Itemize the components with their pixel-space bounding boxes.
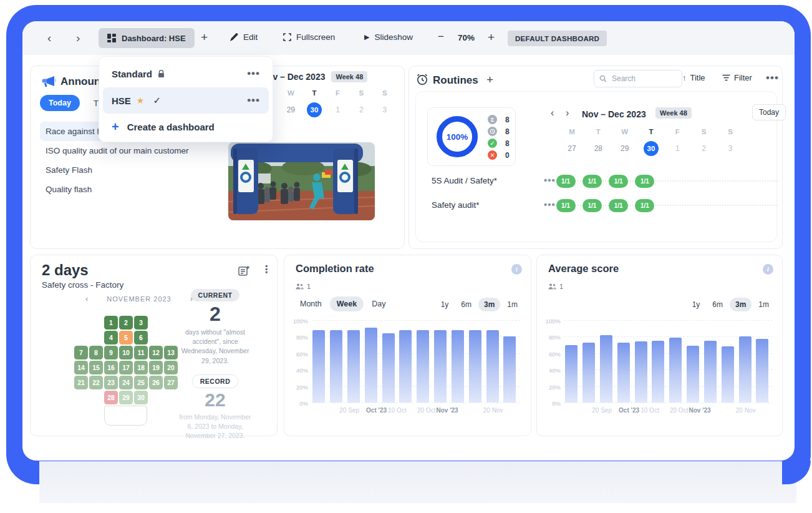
day-number[interactable]: 30 — [307, 102, 322, 117]
calendar-day-cell[interactable]: 29 — [119, 391, 133, 404]
day-number[interactable]: 2 — [359, 102, 364, 117]
calendar-day-cell[interactable]: 24 — [119, 376, 133, 389]
calendar-day-cell[interactable]: 12 — [149, 346, 163, 359]
calendar-day-cell[interactable]: 8 — [89, 346, 103, 359]
chevron-left-icon[interactable]: ‹ — [85, 294, 88, 303]
range-3m[interactable]: 3m — [478, 298, 500, 311]
day-number[interactable]: 30 — [644, 141, 659, 156]
sort-by-title-button[interactable]: ↑ Title — [682, 73, 705, 82]
calendar-day-cell[interactable]: 15 — [89, 361, 103, 374]
calendar-day-cell[interactable]: 21 — [74, 376, 88, 389]
calendar-day-cell[interactable]: 7 — [74, 346, 88, 359]
calendar-day-cell[interactable]: 6 — [134, 331, 148, 344]
calendar-day-cell[interactable]: 9 — [104, 346, 118, 359]
info-icon[interactable]: i — [511, 264, 522, 275]
range-3m[interactable]: 3m — [730, 298, 752, 311]
calendar-day-cell[interactable]: 3 — [134, 316, 148, 330]
calendar-day-cell[interactable]: 17 — [119, 361, 133, 374]
zoom-out-button[interactable]: − — [438, 31, 444, 43]
kebab-menu-icon[interactable]: ⋮ — [261, 263, 271, 275]
range-1y[interactable]: 1y — [687, 298, 706, 311]
calendar-day-cell[interactable]: 25 — [134, 376, 148, 389]
announcements-tab[interactable]: Today — [40, 95, 80, 111]
dashboard-menu-item[interactable]: Standard••• — [103, 61, 269, 87]
calendar-day-cell[interactable]: 27 — [164, 376, 178, 389]
score-badge[interactable]: 1/1 — [582, 199, 602, 212]
calendar-day-cell[interactable]: 14 — [74, 361, 88, 374]
announcement-item[interactable]: ISO quality audit of our main customer — [40, 141, 226, 160]
dashboard-menu-item[interactable]: HSE★✓••• — [103, 87, 269, 114]
score-badge[interactable]: 1/1 — [635, 199, 654, 212]
calendar-day-cell[interactable]: 11 — [134, 346, 148, 359]
forward-button[interactable]: › — [76, 32, 80, 44]
tab-week[interactable]: Week — [330, 296, 364, 311]
score-badge[interactable]: 1/1 — [556, 175, 576, 188]
score-badge[interactable]: 1/1 — [635, 175, 654, 188]
tab-day[interactable]: Day — [365, 296, 392, 311]
routine-menu-icon[interactable]: ••• — [544, 199, 556, 210]
slideshow-button[interactable]: ▶ Slideshow — [364, 32, 413, 42]
calendar-day-cell[interactable]: 30 — [134, 391, 148, 404]
tab-month[interactable]: Month — [293, 296, 329, 311]
score-badge[interactable]: 1/1 — [556, 199, 576, 212]
routines-menu-button[interactable]: ••• — [766, 72, 779, 84]
routines-search[interactable] — [594, 70, 682, 87]
calendar-day-cell[interactable]: 26 — [149, 376, 163, 389]
calendar-day-cell[interactable]: 19 — [149, 361, 163, 374]
day-number[interactable]: 29 — [621, 141, 629, 156]
add-note-icon[interactable] — [238, 265, 250, 276]
today-button[interactable]: Today — [752, 104, 786, 120]
add-dashboard-tab-button[interactable]: + — [201, 31, 208, 44]
announcement-item[interactable]: Safety Flash — [40, 160, 226, 180]
announcement-item[interactable]: Quality flash — [40, 180, 226, 199]
fullscreen-button[interactable]: Fullscreen — [283, 32, 335, 42]
default-dashboard-button[interactable]: DEFAULT DASHBOARD — [508, 31, 607, 46]
day-number[interactable]: 27 — [568, 141, 576, 156]
calendar-day-cell[interactable]: 1 — [104, 316, 118, 330]
calendar-day-cell[interactable]: 22 — [89, 376, 103, 389]
calendar-day-cell[interactable]: 2 — [119, 316, 133, 330]
day-number[interactable]: 28 — [594, 141, 602, 156]
add-routine-button[interactable]: + — [486, 73, 493, 87]
calendar-day-cell[interactable]: 10 — [119, 346, 133, 359]
routine-name[interactable]: 5S Audit / Safety* — [432, 176, 497, 185]
day-number[interactable]: 3 — [728, 141, 733, 156]
range-6m[interactable]: 6m — [707, 298, 728, 311]
search-input[interactable] — [611, 74, 663, 84]
score-badge[interactable]: 1/1 — [609, 175, 628, 188]
day-number[interactable]: 2 — [702, 141, 706, 156]
calendar-day-cell[interactable]: 28 — [104, 391, 118, 404]
announcement-photo[interactable] — [228, 142, 375, 220]
calendar-day-cell[interactable]: 18 — [134, 361, 148, 374]
day-number[interactable]: 3 — [383, 102, 387, 117]
calendar-day-cell[interactable]: 4 — [104, 331, 118, 344]
day-number[interactable]: 1 — [336, 102, 340, 117]
range-1m[interactable]: 1m — [501, 298, 523, 311]
calendar-day-cell[interactable]: 20 — [164, 361, 178, 374]
item-menu-icon[interactable]: ••• — [247, 67, 260, 80]
edit-button[interactable]: Edit — [230, 32, 258, 42]
routine-name[interactable]: Safety audit* — [432, 200, 480, 210]
calendar-day-cell[interactable]: 13 — [164, 346, 178, 359]
zoom-in-button[interactable]: + — [488, 31, 495, 44]
range-6m[interactable]: 6m — [455, 298, 477, 311]
range-1y[interactable]: 1y — [435, 298, 455, 311]
day-number[interactable]: 1 — [675, 141, 680, 156]
score-badge[interactable]: 1/1 — [582, 175, 602, 188]
range-1m[interactable]: 1m — [753, 298, 775, 311]
calendar-day-cell[interactable]: 5 — [119, 331, 133, 344]
routine-menu-icon[interactable]: ••• — [544, 175, 556, 185]
day-number[interactable]: 29 — [287, 102, 295, 117]
filter-button[interactable]: Filter — [722, 73, 752, 82]
create-dashboard-button[interactable]: + Create a dashboard — [99, 114, 273, 139]
score-badge[interactable]: 1/1 — [609, 199, 628, 212]
calendar-day-cell[interactable]: 23 — [104, 376, 118, 389]
bar — [582, 343, 595, 403]
back-button[interactable]: ‹ — [47, 32, 51, 44]
info-icon[interactable]: i — [763, 264, 773, 275]
dashboard-selector-button[interactable]: Dashboard: HSE — [99, 28, 195, 48]
item-menu-icon[interactable]: ••• — [247, 94, 260, 107]
calendar-day-cell[interactable]: 16 — [104, 361, 118, 374]
calendar-prev-button[interactable]: ‹ — [551, 107, 554, 119]
calendar-next-button[interactable]: › — [566, 107, 569, 119]
